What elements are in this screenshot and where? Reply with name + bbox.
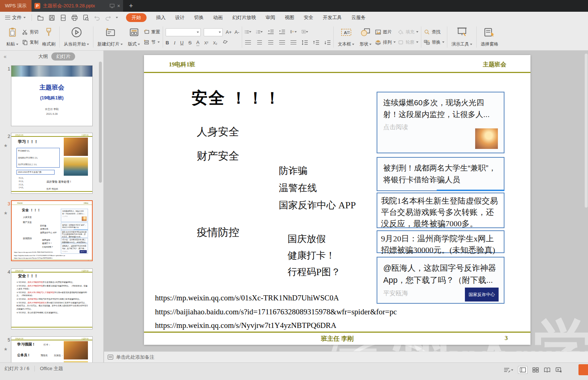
open-folder-icon[interactable] <box>37 14 44 21</box>
subitem-holiday[interactable]: 国庆放假 <box>288 233 326 245</box>
notes-bar[interactable]: 单击此处添加备注 <box>104 351 588 362</box>
picture-button[interactable]: 图片 <box>375 29 396 35</box>
space-after-button[interactable] <box>324 40 331 45</box>
outline-tab[interactable]: 大纲 <box>38 53 48 60</box>
redo-icon[interactable] <box>105 14 111 21</box>
document-tab[interactable]: P 主题班会-2021.9.28.pptx × <box>32 0 123 12</box>
replace-button[interactable]: ABAC 替换 <box>424 39 444 45</box>
align-left-button[interactable] <box>245 40 251 45</box>
layout-button[interactable]: 版式 <box>126 25 141 49</box>
reference-url-3[interactable]: https://mp.weixin.qq.com/s/Nyvjrw7t1Y4yz… <box>155 321 336 330</box>
grow-font-button[interactable]: A+ <box>226 29 232 35</box>
subscript-button[interactable]: X₂ <box>213 41 217 45</box>
clear-format-icon[interactable] <box>222 40 228 45</box>
topic-personal-safety[interactable]: 人身安全 <box>197 125 239 139</box>
textbox-button[interactable]: A 文本框 <box>336 25 356 49</box>
tab-review[interactable]: 审阅 <box>266 14 275 21</box>
normal-view-button[interactable] <box>518 366 528 374</box>
subitem-anti-fraud[interactable]: 防诈骗 <box>279 164 307 177</box>
underline-button[interactable]: U <box>180 40 184 45</box>
reference-url-2[interactable]: https://baijiahao.baidu.com/s?id=1711676… <box>155 307 397 317</box>
section-button[interactable]: 节 <box>144 39 160 45</box>
line-spacing-button[interactable] <box>302 40 308 45</box>
tab-cloud[interactable]: 云服务 <box>351 14 366 21</box>
topic-property-safety[interactable]: 财产安全 <box>197 149 239 164</box>
subitem-health-checkin[interactable]: 健康打卡！ <box>288 249 335 262</box>
reset-button[interactable]: 重置 <box>144 29 160 35</box>
theme-name[interactable]: Office 主题 <box>40 365 63 372</box>
tab-design[interactable]: 设计 <box>175 14 185 21</box>
format-painter-button[interactable]: 格式刷 <box>41 25 57 49</box>
align-right-button[interactable] <box>267 40 274 45</box>
decrease-indent-button[interactable] <box>267 29 274 35</box>
increase-indent-button[interactable] <box>279 29 285 35</box>
justify-button[interactable] <box>279 40 285 45</box>
new-tab-button[interactable]: + <box>123 0 139 12</box>
shrink-font-button[interactable]: A- <box>234 29 239 35</box>
bold-button[interactable]: B <box>166 40 169 45</box>
find-button[interactable]: 查找 <box>424 29 444 35</box>
tab-security[interactable]: 安全 <box>304 14 313 21</box>
cut-button[interactable]: 剪切 <box>22 29 38 35</box>
font-color-button[interactable]: A <box>196 40 200 46</box>
strikethrough-button[interactable]: S <box>188 40 192 45</box>
collapse-panel-button[interactable]: « <box>0 54 10 59</box>
tab-insert[interactable]: 插入 <box>156 14 166 21</box>
slide-header-right[interactable]: 主题班会 <box>483 61 506 69</box>
font-name-select[interactable] <box>166 28 201 36</box>
app-tab[interactable]: WPS 演示 <box>0 0 32 12</box>
news-card-antifraud-app[interactable]: @瓯海人，这款国字号反诈神器App，您下载了吗？（附下载... 平安瓯海 国家反… <box>377 257 504 304</box>
slide-footer-teacher[interactable]: 班主任 李刚 <box>144 335 530 343</box>
tab-animations[interactable]: 动画 <box>213 14 223 21</box>
undo-icon[interactable] <box>94 14 100 21</box>
reference-url-1[interactable]: https://mp.weixin.qq.com/s/01sXc-TRK1NhD… <box>155 293 339 303</box>
slide-title[interactable]: 安全 ！！！ <box>192 87 281 109</box>
text-direction-button[interactable]: A <box>290 29 297 35</box>
align-center-button[interactable] <box>256 40 263 45</box>
play-slideshow-button[interactable] <box>578 364 588 375</box>
news-card-game-scam[interactable]: 我院1名本科生新生登陆虚假交易平台交易游戏账号多次转账，还没反应，最终被骗700… <box>377 193 504 228</box>
topic-pandemic-control[interactable]: 疫情防控 <box>197 225 239 240</box>
subitem-anti-fraud-app[interactable]: 国家反诈中心 APP <box>279 199 356 212</box>
present-monitor-icon[interactable] <box>110 3 115 8</box>
play-from-current-button[interactable]: 从当前开始 <box>62 25 90 49</box>
tab-transitions[interactable]: 切换 <box>194 14 204 21</box>
selection-pane-button[interactable]: 选择窗格 <box>479 25 500 49</box>
tab-slideshow[interactable]: 幻灯片放映 <box>232 14 256 21</box>
news-card-explosion[interactable]: 连续爆燃60多次，现场火光四射！这段屋内监控，让很多人... 点击阅读 <box>377 92 504 153</box>
reading-view-icon[interactable] <box>544 367 551 373</box>
tab-home[interactable]: 开始 <box>126 13 147 22</box>
text-frame-button[interactable] <box>302 29 308 35</box>
shapes-button[interactable]: 形状 <box>358 25 373 49</box>
font-size-select[interactable] <box>204 28 223 36</box>
slide-thumbnail-3-selected[interactable]: 19电科1班 主题班会 安全 ！！！ 人身安全 财产安全 疫情防控 防诈骗 温警… <box>11 200 93 261</box>
slide-thumbnail-5[interactable]: 19电科1班 主题班会 学习强国！ 打卡： 公务员！ 预报名 应届生： <box>11 336 93 362</box>
subitem-police-online[interactable]: 温警在线 <box>279 182 317 194</box>
export-pdf-icon[interactable]: PDF <box>60 14 67 21</box>
distribute-button[interactable] <box>290 40 297 45</box>
editing-scrollbar[interactable] <box>585 54 588 208</box>
arrange-button[interactable]: 排列 <box>375 39 396 45</box>
news-card-sentenced[interactable]: 被判刑！成都两名大学生“兼职”，将银行卡借给诈骗人员 <box>377 157 504 191</box>
numbered-list-button[interactable]: 123 <box>256 29 263 35</box>
space-before-button[interactable] <box>313 40 319 45</box>
customize-toolbar-chevron-icon[interactable] <box>116 17 118 18</box>
tab-view[interactable]: 视图 <box>285 14 294 21</box>
paste-button[interactable]: 粘贴 <box>5 25 20 49</box>
slides-tab[interactable]: 幻灯片 <box>51 52 75 61</box>
slideshow-view-icon[interactable] <box>555 367 562 373</box>
slide-thumbnail-2[interactable]: 19电科1班 主题班会 学习！！！ 学业困难 6人 连续两次学业警告 2人 2次… <box>11 133 93 194</box>
subitem-travel-code[interactable]: 行程码P图？ <box>288 266 340 278</box>
slide-thumbnail-4[interactable]: 19电科1班 主题班会 安全！！！ ① 9月16日，温州大学教育学院学生使用微信… <box>11 268 93 329</box>
superscript-button[interactable]: X² <box>204 41 208 45</box>
copy-button[interactable]: 复制 <box>22 39 38 45</box>
save-icon[interactable] <box>48 14 55 21</box>
tab-developer[interactable]: 开发工具 <box>323 14 342 21</box>
slide-header-left[interactable]: 19电科1班 <box>169 61 195 69</box>
print-preview-icon[interactable] <box>82 14 89 21</box>
print-icon[interactable] <box>71 14 78 21</box>
panel-scrollbar[interactable] <box>99 62 102 183</box>
present-tools-button[interactable]: 演示工具 <box>450 25 474 49</box>
new-slide-button[interactable]: 新建幻灯片 <box>96 25 124 49</box>
slide-thumbnail-1[interactable]: 主题班会 (19电科1班) 班主任 李刚 2021.9.28 <box>11 65 93 126</box>
